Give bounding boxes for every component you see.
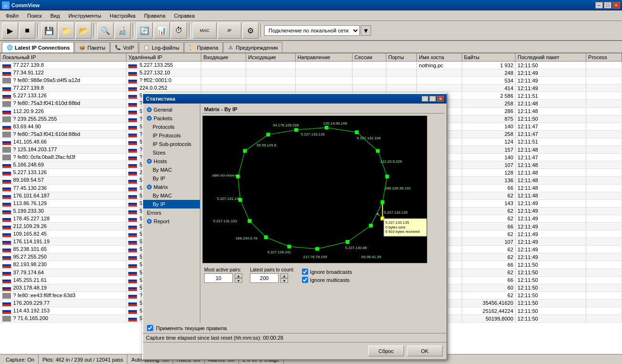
modal-body: General Packets Protocols IP Protocols I… — [143, 104, 446, 323]
svg-text:↖: ↖ — [376, 212, 380, 217]
nav-bullet-hosts — [147, 159, 152, 164]
nav-sizes[interactable]: Sizes — [143, 148, 200, 157]
svg-text:5.227.133.135: 5.227.133.135 — [384, 210, 408, 215]
nav-report[interactable]: Report — [143, 217, 200, 226]
most-active-up[interactable]: ▲ — [235, 273, 242, 278]
modal-overlay: Статистика ─ □ ✕ General Packets Pro — [0, 0, 622, 364]
svg-rect-26 — [369, 224, 373, 228]
statistics-modal: Статистика ─ □ ✕ General Packets Pro — [142, 93, 447, 360]
svg-text:188.126.36.132: 188.126.36.132 — [385, 186, 411, 190]
ignore-multicasts-checkbox[interactable] — [302, 277, 308, 283]
svg-text:188.234.0.78: 188.234.0.78 — [236, 236, 258, 240]
svg-text:120.14.98.148: 120.14.98.148 — [323, 121, 347, 125]
nav-by-mac-matrix[interactable]: By MAC — [143, 191, 200, 200]
nav-label-by-ip-hosts: By IP — [153, 176, 165, 181]
svg-text:6 910 bytes received: 6 910 bytes received — [385, 229, 420, 234]
latest-pairs-input[interactable] — [250, 273, 279, 283]
svg-text:5.227.133.126: 5.227.133.126 — [301, 132, 325, 136]
nav-hosts[interactable]: Hosts — [143, 157, 200, 166]
nav-label-errors: Errors — [147, 210, 161, 216]
svg-text:93.95.41.39: 93.95.41.39 — [362, 255, 381, 259]
nav-label-packets: Packets — [154, 115, 172, 121]
svg-rect-27 — [346, 240, 350, 244]
latest-pairs-label: Latest pairs to count: — [250, 267, 294, 272]
latest-pairs-group: Latest pairs to count: ▲ ▼ — [250, 267, 294, 283]
checkbox-group: Ignore broadcasts Ignore multicasts — [302, 269, 352, 283]
svg-text:217.76.78.155: 217.76.78.155 — [303, 255, 328, 259]
svg-rect-24 — [385, 175, 389, 178]
nav-general[interactable]: General — [143, 105, 200, 114]
modal-title-buttons: ─ □ ✕ — [422, 96, 444, 102]
nav-ip-sub-protocols[interactable]: IP Sub-protocols — [143, 140, 200, 148]
svg-rect-35 — [266, 133, 270, 136]
apply-rules-label: Применять текущие правила — [156, 325, 227, 331]
most-active-group: Most active pairs: ▲ ▼ — [204, 267, 242, 283]
matrix-canvas: 94.178.109.238 120.14.98.148 5.227.133.1… — [202, 115, 427, 263]
nav-label-protocols: Protocols — [153, 124, 175, 130]
svg-text:5.227.132.104: 5.227.132.104 — [357, 136, 381, 140]
nav-label-by-ip-matrix: By IP — [153, 201, 165, 207]
ignore-broadcasts-checkbox[interactable] — [302, 269, 308, 275]
modal-maximize[interactable]: □ — [429, 96, 436, 102]
nav-bullet-general — [147, 107, 152, 112]
reset-button[interactable]: Сброс — [368, 345, 404, 356]
nav-bullet-matrix — [147, 185, 152, 189]
latest-pairs-row: ▲ ▼ — [250, 273, 294, 283]
ignore-multicasts-text: Ignore multicasts — [310, 277, 350, 283]
nav-label-by-mac-hosts: By MAC — [153, 167, 172, 173]
most-active-down[interactable]: ▼ — [235, 278, 242, 283]
latest-pairs-up[interactable]: ▲ — [280, 273, 288, 278]
nav-label-hosts: Hosts — [154, 158, 167, 164]
ignore-multicasts-label[interactable]: Ignore multicasts — [302, 277, 352, 283]
modal-title-bar: Статистика ─ □ ✕ — [143, 94, 446, 104]
most-active-row: ▲ ▼ — [204, 273, 242, 283]
svg-text:94.178.109.238: 94.178.109.238 — [273, 123, 299, 127]
nav-label-by-mac-matrix: By MAC — [153, 193, 172, 198]
svg-text:39.55.145.8: 39.55.145.8 — [257, 143, 276, 147]
svg-rect-22 — [355, 130, 359, 134]
svg-rect-34 — [243, 149, 247, 153]
nav-errors[interactable]: Errors — [143, 208, 200, 217]
modal-title-text: Статистика — [146, 96, 176, 102]
svg-rect-20 — [294, 128, 298, 132]
ignore-broadcasts-text: Ignore broadcasts — [310, 269, 352, 275]
svg-text:5.227.133.135: 5.227.133.135 — [385, 220, 410, 225]
nav-label-ip-sub: IP Sub-protocols — [153, 141, 191, 147]
most-active-input[interactable] — [204, 273, 233, 283]
matrix-header: Matrix - By IP — [202, 105, 445, 114]
modal-minimize[interactable]: ─ — [422, 96, 428, 102]
latest-pairs-spinner: ▲ ▼ — [280, 273, 288, 283]
svg-rect-21 — [325, 126, 329, 130]
nav-bullet-packets — [147, 116, 152, 121]
nav-by-ip-hosts[interactable]: By IP — [143, 174, 200, 183]
modal-close[interactable]: ✕ — [437, 96, 444, 102]
svg-text:5.227.131.193: 5.227.131.193 — [213, 219, 237, 223]
svg-rect-31 — [248, 219, 251, 223]
modal-sidebar: General Packets Protocols IP Protocols I… — [143, 104, 200, 323]
svg-text:0 bytes sent: 0 bytes sent — [385, 225, 406, 229]
most-active-label: Most active pairs: — [204, 267, 242, 272]
nav-by-ip-matrix[interactable]: By IP — [143, 200, 200, 208]
nav-ip-protocols[interactable]: IP Protocols — [143, 131, 200, 140]
svg-text:5.227.128.241: 5.227.128.241 — [267, 250, 291, 254]
nav-by-mac-hosts[interactable]: By MAC — [143, 166, 200, 174]
most-active-spinner: ▲ ▼ — [235, 273, 242, 283]
modal-footer: Сброс OK — [143, 343, 446, 359]
apply-rules-checkbox[interactable] — [147, 325, 153, 331]
ok-button[interactable]: OK — [407, 345, 443, 356]
svg-rect-30 — [264, 235, 268, 239]
ignore-broadcasts-label[interactable]: Ignore broadcasts — [302, 269, 352, 275]
modal-status: Capture time elapsed since last reset (h… — [143, 333, 446, 343]
nav-label-ip-protocols: IP Protocols — [153, 133, 181, 138]
svg-text:5.227.130.86: 5.227.130.86 — [345, 246, 367, 250]
svg-rect-29 — [287, 245, 291, 249]
modal-controls: Most active pairs: ▲ ▼ Latest pairs to c… — [202, 265, 445, 285]
nav-label-sizes: Sizes — [153, 150, 166, 156]
nav-protocols[interactable]: Protocols — [143, 123, 200, 131]
apply-rules-row: Применять текущие правила — [143, 323, 446, 333]
svg-text:5.227.131.104: 5.227.131.104 — [217, 197, 241, 201]
nav-label-report: Report — [154, 218, 169, 224]
nav-matrix[interactable]: Matrix — [143, 183, 200, 191]
latest-pairs-down[interactable]: ▼ — [280, 278, 288, 283]
nav-packets[interactable]: Packets — [143, 114, 200, 123]
